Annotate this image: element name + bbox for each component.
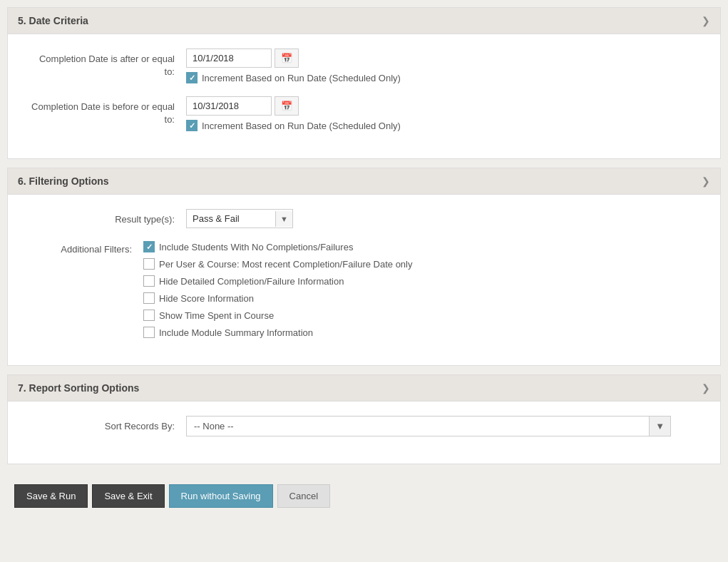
additional-filters-row: Additional Filters: Include Students Wit… xyxy=(29,241,699,338)
filter-item-2: Hide Detailed Completion/Failure Informa… xyxy=(143,275,412,287)
page-wrapper: 5. Date Criteria ❯ Completion Date is af… xyxy=(0,0,728,562)
date-before-checkbox-label: Increment Based on Run Date (Scheduled O… xyxy=(202,121,401,131)
date-after-checkbox-label: Increment Based on Run Date (Scheduled O… xyxy=(202,73,401,83)
result-type-dropdown-icon[interactable]: ▼ xyxy=(275,211,292,227)
filter-item-4: Show Time Spent in Course xyxy=(143,310,412,321)
date-after-checkbox[interactable] xyxy=(186,72,198,83)
filter-checkbox-1[interactable] xyxy=(143,258,155,270)
sort-row: Sort Records By: -- None -- ▼ xyxy=(29,416,699,436)
filtering-options-chevron[interactable]: ❯ xyxy=(702,175,710,187)
result-type-select[interactable]: Pass & Fail ▼ xyxy=(186,209,293,228)
date-before-input-row: 📅 xyxy=(186,96,401,116)
report-sorting-body: Sort Records By: -- None -- ▼ xyxy=(8,402,720,464)
additional-filters-label: Additional Filters: xyxy=(29,241,143,255)
date-criteria-section: 5. Date Criteria ❯ Completion Date is af… xyxy=(7,7,721,159)
date-before-input[interactable] xyxy=(186,96,272,116)
filter-checkbox-3[interactable] xyxy=(143,292,155,304)
date-after-checkbox-row: Increment Based on Run Date (Scheduled O… xyxy=(186,72,401,83)
sort-label: Sort Records By: xyxy=(29,416,186,433)
filtering-options-header: 6. Filtering Options ❯ xyxy=(8,168,720,195)
date-before-calendar-btn[interactable]: 📅 xyxy=(275,96,299,116)
date-criteria-title: 5. Date Criteria xyxy=(18,15,88,26)
sort-select-arrow-icon[interactable]: ▼ xyxy=(649,417,670,436)
date-before-controls: 📅 Increment Based on Run Date (Scheduled… xyxy=(186,96,401,131)
sort-select-value: -- None -- xyxy=(187,417,649,436)
save-run-button[interactable]: Save & Run xyxy=(14,484,88,508)
report-sorting-chevron[interactable]: ❯ xyxy=(702,382,710,394)
filter-item-0: Include Students With No Completions/Fai… xyxy=(143,241,412,252)
filter-checkbox-0[interactable] xyxy=(143,241,155,252)
date-before-row: Completion Date is before or equal to: 📅… xyxy=(29,96,699,131)
filter-label-1: Per User & Course: Most recent Completio… xyxy=(159,259,412,270)
filter-label-5: Include Module Summary Information xyxy=(159,327,313,338)
filter-checkbox-5[interactable] xyxy=(143,327,155,338)
filter-label-2: Hide Detailed Completion/Failure Informa… xyxy=(159,276,344,287)
save-exit-button[interactable]: Save & Exit xyxy=(92,484,164,508)
date-after-controls: 📅 Increment Based on Run Date (Scheduled… xyxy=(186,48,401,83)
filtering-options-title: 6. Filtering Options xyxy=(18,175,109,187)
filter-label-0: Include Students With No Completions/Fai… xyxy=(159,242,353,252)
filter-options-list: Include Students With No Completions/Fai… xyxy=(143,241,412,338)
date-criteria-header: 5. Date Criteria ❯ xyxy=(8,8,720,34)
date-after-input[interactable] xyxy=(186,48,272,68)
date-after-label: Completion Date is after or equal to: xyxy=(29,48,186,78)
filter-checkbox-2[interactable] xyxy=(143,275,155,287)
report-sorting-title: 7. Report Sorting Options xyxy=(18,382,139,394)
date-before-checkbox[interactable] xyxy=(186,120,198,131)
date-after-row: Completion Date is after or equal to: 📅 … xyxy=(29,48,699,83)
filter-label-4: Show Time Spent in Course xyxy=(159,310,274,321)
filter-item-1: Per User & Course: Most recent Completio… xyxy=(143,258,412,270)
report-sorting-section: 7. Report Sorting Options ❯ Sort Records… xyxy=(7,374,721,464)
date-criteria-chevron[interactable]: ❯ xyxy=(702,15,710,26)
filtering-options-section: 6. Filtering Options ❯ Result type(s): P… xyxy=(7,168,721,366)
date-after-input-row: 📅 xyxy=(186,48,401,68)
date-after-calendar-btn[interactable]: 📅 xyxy=(275,48,299,68)
filter-checkbox-4[interactable] xyxy=(143,310,155,321)
filtering-options-body: Result type(s): Pass & Fail ▼ Additional… xyxy=(8,195,720,365)
date-criteria-body: Completion Date is after or equal to: 📅 … xyxy=(8,34,720,158)
result-type-label: Result type(s): xyxy=(29,209,186,226)
result-type-value: Pass & Fail xyxy=(187,210,275,228)
cancel-button[interactable]: Cancel xyxy=(277,484,330,508)
filter-item-3: Hide Score Information xyxy=(143,292,412,304)
date-before-checkbox-row: Increment Based on Run Date (Scheduled O… xyxy=(186,120,401,131)
result-type-row: Result type(s): Pass & Fail ▼ xyxy=(29,209,699,228)
date-before-label: Completion Date is before or equal to: xyxy=(29,96,186,126)
report-sorting-header: 7. Report Sorting Options ❯ xyxy=(8,375,720,402)
run-without-saving-button[interactable]: Run without Saving xyxy=(169,484,273,508)
filter-label-3: Hide Score Information xyxy=(159,293,254,304)
footer-buttons: Save & Run Save & Exit Run without Savin… xyxy=(7,473,721,519)
sort-select[interactable]: -- None -- ▼ xyxy=(186,416,671,436)
filter-item-5: Include Module Summary Information xyxy=(143,327,412,338)
